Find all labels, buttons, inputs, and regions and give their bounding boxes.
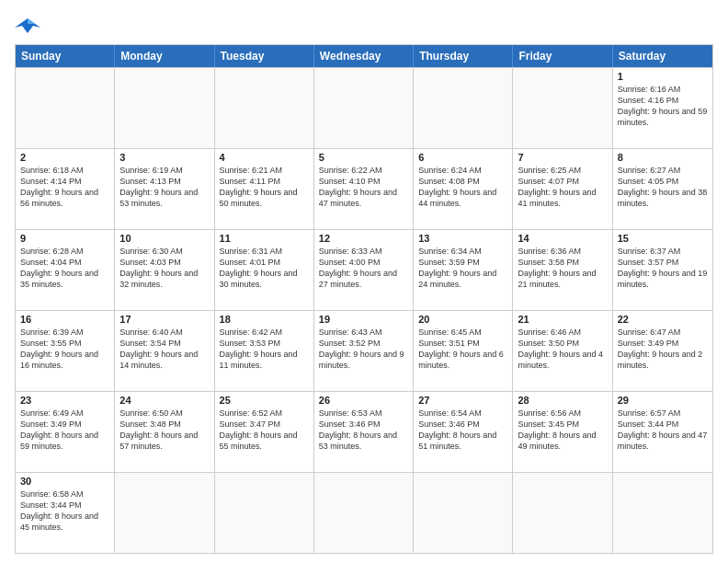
calendar-cell: 12Sunrise: 6:33 AM Sunset: 4:00 PM Dayli… xyxy=(314,230,414,310)
day-number: 24 xyxy=(119,395,209,406)
calendar-cell: 7Sunrise: 6:25 AM Sunset: 4:07 PM Daylig… xyxy=(513,149,612,229)
calendar-cell xyxy=(613,473,712,553)
cell-info: Sunrise: 6:52 AM Sunset: 3:47 PM Dayligh… xyxy=(220,408,309,453)
day-number: 3 xyxy=(119,152,209,163)
cell-info: Sunrise: 6:58 AM Sunset: 3:44 PM Dayligh… xyxy=(20,488,109,534)
day-number: 17 xyxy=(119,314,209,325)
calendar-cell: 9Sunrise: 6:28 AM Sunset: 4:04 PM Daylig… xyxy=(16,230,115,310)
calendar-cell: 22Sunrise: 6:47 AM Sunset: 3:49 PM Dayli… xyxy=(613,311,712,391)
calendar-cell xyxy=(314,68,414,148)
calendar-cell: 19Sunrise: 6:43 AM Sunset: 3:52 PM Dayli… xyxy=(314,311,414,391)
day-number: 6 xyxy=(418,152,507,163)
header-day-thursday: Thursday xyxy=(414,45,513,67)
cell-info: Sunrise: 6:21 AM Sunset: 4:11 PM Dayligh… xyxy=(220,165,309,210)
day-number: 28 xyxy=(518,395,607,406)
day-number: 15 xyxy=(618,233,708,244)
calendar-cell: 23Sunrise: 6:49 AM Sunset: 3:49 PM Dayli… xyxy=(16,392,115,472)
calendar-cell: 4Sunrise: 6:21 AM Sunset: 4:11 PM Daylig… xyxy=(215,149,314,229)
calendar-week-1: 2Sunrise: 6:18 AM Sunset: 4:14 PM Daylig… xyxy=(16,148,712,229)
calendar-week-5: 30Sunrise: 6:58 AM Sunset: 3:44 PM Dayli… xyxy=(16,472,712,553)
day-number: 18 xyxy=(220,314,309,325)
day-number: 26 xyxy=(319,395,408,406)
cell-info: Sunrise: 6:46 AM Sunset: 3:50 PM Dayligh… xyxy=(518,327,607,372)
header-day-sunday: Sunday xyxy=(16,45,115,67)
calendar-cell: 11Sunrise: 6:31 AM Sunset: 4:01 PM Dayli… xyxy=(215,230,314,310)
day-number: 10 xyxy=(119,233,209,244)
calendar-cell xyxy=(215,473,314,553)
calendar-cell: 17Sunrise: 6:40 AM Sunset: 3:54 PM Dayli… xyxy=(115,311,214,391)
cell-info: Sunrise: 6:33 AM Sunset: 4:00 PM Dayligh… xyxy=(319,246,408,291)
header-day-saturday: Saturday xyxy=(613,45,712,67)
calendar-cell: 26Sunrise: 6:53 AM Sunset: 3:46 PM Dayli… xyxy=(314,392,414,472)
calendar: SundayMondayTuesdayWednesdayThursdayFrid… xyxy=(15,44,713,554)
cell-info: Sunrise: 6:43 AM Sunset: 3:52 PM Dayligh… xyxy=(319,327,408,372)
header-day-friday: Friday xyxy=(513,45,612,67)
day-number: 2 xyxy=(20,152,109,163)
cell-info: Sunrise: 6:16 AM Sunset: 4:16 PM Dayligh… xyxy=(618,84,708,129)
calendar-week-3: 16Sunrise: 6:39 AM Sunset: 3:55 PM Dayli… xyxy=(16,310,712,391)
calendar-cell: 27Sunrise: 6:54 AM Sunset: 3:46 PM Dayli… xyxy=(414,392,513,472)
calendar-cell: 30Sunrise: 6:58 AM Sunset: 3:44 PM Dayli… xyxy=(16,473,115,553)
header-day-monday: Monday xyxy=(115,45,214,67)
day-number: 29 xyxy=(618,395,708,406)
cell-info: Sunrise: 6:24 AM Sunset: 4:08 PM Dayligh… xyxy=(418,165,507,210)
calendar-body: 1Sunrise: 6:16 AM Sunset: 4:16 PM Daylig… xyxy=(16,67,712,553)
day-number: 22 xyxy=(618,314,708,325)
cell-info: Sunrise: 6:22 AM Sunset: 4:10 PM Dayligh… xyxy=(319,165,408,210)
calendar-cell: 3Sunrise: 6:19 AM Sunset: 4:13 PM Daylig… xyxy=(115,149,214,229)
calendar-cell: 1Sunrise: 6:16 AM Sunset: 4:16 PM Daylig… xyxy=(613,68,712,148)
day-number: 30 xyxy=(20,476,109,487)
cell-info: Sunrise: 6:25 AM Sunset: 4:07 PM Dayligh… xyxy=(518,165,607,210)
calendar-week-2: 9Sunrise: 6:28 AM Sunset: 4:04 PM Daylig… xyxy=(16,229,712,310)
cell-info: Sunrise: 6:45 AM Sunset: 3:51 PM Dayligh… xyxy=(418,327,507,372)
cell-info: Sunrise: 6:54 AM Sunset: 3:46 PM Dayligh… xyxy=(418,408,507,453)
cell-info: Sunrise: 6:37 AM Sunset: 3:57 PM Dayligh… xyxy=(618,246,708,291)
day-number: 1 xyxy=(618,71,708,82)
calendar-cell: 10Sunrise: 6:30 AM Sunset: 4:03 PM Dayli… xyxy=(115,230,214,310)
calendar-cell: 24Sunrise: 6:50 AM Sunset: 3:48 PM Dayli… xyxy=(115,392,214,472)
calendar-cell: 6Sunrise: 6:24 AM Sunset: 4:08 PM Daylig… xyxy=(414,149,513,229)
day-number: 4 xyxy=(220,152,309,163)
calendar-cell: 2Sunrise: 6:18 AM Sunset: 4:14 PM Daylig… xyxy=(16,149,115,229)
cell-info: Sunrise: 6:57 AM Sunset: 3:44 PM Dayligh… xyxy=(618,408,708,453)
day-number: 21 xyxy=(518,314,607,325)
cell-info: Sunrise: 6:53 AM Sunset: 3:46 PM Dayligh… xyxy=(319,408,408,453)
calendar-cell: 16Sunrise: 6:39 AM Sunset: 3:55 PM Dayli… xyxy=(16,311,115,391)
calendar-cell: 21Sunrise: 6:46 AM Sunset: 3:50 PM Dayli… xyxy=(513,311,612,391)
cell-info: Sunrise: 6:49 AM Sunset: 3:49 PM Dayligh… xyxy=(20,408,109,453)
calendar-cell xyxy=(115,68,214,148)
cell-info: Sunrise: 6:34 AM Sunset: 3:59 PM Dayligh… xyxy=(418,246,507,291)
day-number: 14 xyxy=(518,233,607,244)
header-day-wednesday: Wednesday xyxy=(314,45,414,67)
day-number: 16 xyxy=(20,314,109,325)
cell-info: Sunrise: 6:27 AM Sunset: 4:05 PM Dayligh… xyxy=(618,165,708,210)
day-number: 8 xyxy=(618,152,708,163)
header xyxy=(15,15,713,37)
cell-info: Sunrise: 6:42 AM Sunset: 3:53 PM Dayligh… xyxy=(220,327,309,372)
calendar-cell xyxy=(215,68,314,148)
calendar-week-4: 23Sunrise: 6:49 AM Sunset: 3:49 PM Dayli… xyxy=(16,391,712,472)
cell-info: Sunrise: 6:31 AM Sunset: 4:01 PM Dayligh… xyxy=(220,246,309,291)
cell-info: Sunrise: 6:47 AM Sunset: 3:49 PM Dayligh… xyxy=(618,327,708,372)
calendar-cell: 25Sunrise: 6:52 AM Sunset: 3:47 PM Dayli… xyxy=(215,392,314,472)
calendar-cell xyxy=(314,473,414,553)
cell-info: Sunrise: 6:39 AM Sunset: 3:55 PM Dayligh… xyxy=(20,327,109,372)
day-number: 9 xyxy=(20,233,109,244)
cell-info: Sunrise: 6:28 AM Sunset: 4:04 PM Dayligh… xyxy=(20,246,109,291)
cell-info: Sunrise: 6:18 AM Sunset: 4:14 PM Dayligh… xyxy=(20,165,109,210)
cell-info: Sunrise: 6:36 AM Sunset: 3:58 PM Dayligh… xyxy=(518,246,607,291)
day-number: 13 xyxy=(418,233,507,244)
calendar-cell xyxy=(414,473,513,553)
day-number: 25 xyxy=(220,395,309,406)
cell-info: Sunrise: 6:56 AM Sunset: 3:45 PM Dayligh… xyxy=(518,408,607,453)
calendar-cell: 20Sunrise: 6:45 AM Sunset: 3:51 PM Dayli… xyxy=(414,311,513,391)
calendar-week-0: 1Sunrise: 6:16 AM Sunset: 4:16 PM Daylig… xyxy=(16,67,712,148)
day-number: 19 xyxy=(319,314,408,325)
calendar-header-row: SundayMondayTuesdayWednesdayThursdayFrid… xyxy=(16,45,712,67)
calendar-cell xyxy=(115,473,214,553)
day-number: 27 xyxy=(418,395,507,406)
day-number: 7 xyxy=(518,152,607,163)
calendar-cell: 15Sunrise: 6:37 AM Sunset: 3:57 PM Dayli… xyxy=(613,230,712,310)
calendar-cell xyxy=(513,473,612,553)
logo-area xyxy=(15,15,44,37)
